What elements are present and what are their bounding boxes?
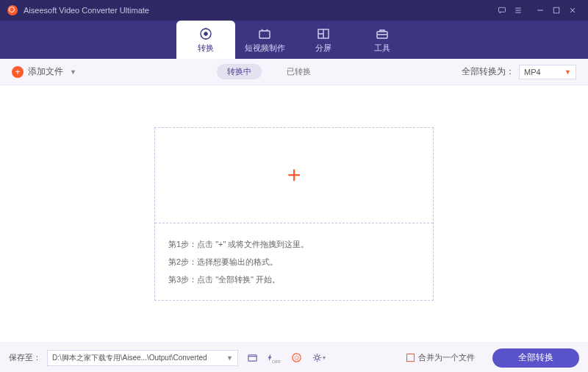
drop-zone-steps: 第1步：点击 "+" 或将文件拖拽到这里。 第2步：选择想要输出的格式。 第3步… — [155, 223, 433, 301]
tab-label: 转换 — [198, 43, 214, 54]
step-text: 第3步：点击 "全部转换" 开始。 — [168, 271, 420, 288]
toolbox-icon — [375, 26, 390, 41]
footer-bar: 保存至： D:\脚本之家下载专用\Aisee...\Output\Convert… — [0, 343, 588, 372]
output-path-select[interactable]: D:\脚本之家下载专用\Aisee...\Output\Converted ▼ — [47, 350, 238, 366]
app-logo-icon — [7, 5, 18, 15]
step-text: 第1步：点击 "+" 或将文件拖拽到这里。 — [168, 235, 420, 253]
checkbox-icon — [406, 354, 415, 362]
close-button[interactable] — [564, 3, 581, 18]
svg-rect-0 — [499, 7, 506, 12]
drop-zone[interactable]: + 第1步：点击 "+" 或将文件拖拽到这里。 第2步：选择想要输出的格式。 第… — [154, 127, 434, 301]
convert-all-label: 全部转换为： — [462, 65, 514, 78]
svg-point-9 — [295, 356, 298, 360]
drop-zone-add[interactable]: + — [155, 128, 433, 223]
app-title: Aiseesoft Video Converter Ultimate — [24, 6, 149, 15]
chevron-down-icon: ▼ — [70, 68, 76, 76]
status-converting-tab[interactable]: 转换中 — [217, 64, 262, 79]
format-select[interactable]: MP4 ▼ — [519, 65, 576, 79]
convert-icon — [198, 26, 213, 41]
tab-convert[interactable]: 转换 — [176, 21, 235, 59]
tab-label: 短视频制作 — [245, 43, 285, 54]
convert-all-button[interactable]: 全部转换 — [492, 348, 579, 368]
mv-icon — [257, 26, 272, 41]
chevron-down-icon: ▼ — [564, 68, 571, 76]
open-folder-button[interactable] — [244, 350, 260, 366]
menu-icon[interactable] — [510, 3, 526, 18]
big-plus-icon: + — [287, 162, 301, 189]
format-value: MP4 — [524, 68, 541, 76]
add-file-label: 添加文件 — [28, 65, 63, 78]
step-text: 第2步：选择想要输出的格式。 — [168, 253, 420, 271]
svg-rect-4 — [259, 31, 270, 38]
tab-toolbox[interactable]: 工具 — [353, 21, 412, 59]
save-to-label: 保存至： — [9, 352, 41, 363]
feedback-icon[interactable] — [494, 3, 510, 18]
chevron-down-icon: ▼ — [226, 354, 233, 362]
plus-icon: + — [12, 66, 24, 78]
merge-checkbox[interactable]: 合并为一个文件 — [406, 352, 475, 363]
settings-button[interactable]: ▾ — [310, 350, 326, 366]
toolbar: + 添加文件 ▼ 转换中 已转换 全部转换为： MP4 ▼ — [0, 59, 588, 85]
tab-collage[interactable]: 分屏 — [294, 21, 353, 59]
svg-rect-1 — [553, 7, 559, 13]
main-nav: 转换 短视频制作 分屏 工具 — [0, 21, 588, 59]
merge-label: 合并为一个文件 — [418, 352, 475, 363]
tab-label: 工具 — [374, 43, 390, 54]
svg-point-10 — [315, 356, 319, 360]
tab-mv[interactable]: 短视频制作 — [235, 21, 294, 59]
output-path-value: D:\脚本之家下载专用\Aisee...\Output\Converted — [52, 353, 207, 363]
add-file-button[interactable]: + 添加文件 ▼ — [12, 65, 76, 78]
svg-point-8 — [292, 354, 300, 362]
status-done-tab[interactable]: 已转换 — [276, 64, 321, 79]
content-area: + 第1步：点击 "+" 或将文件拖拽到这里。 第2步：选择想要输出的格式。 第… — [0, 85, 588, 343]
collage-icon — [316, 26, 331, 41]
maximize-button[interactable] — [548, 3, 564, 18]
high-speed-button[interactable] — [288, 350, 304, 366]
separator — [526, 3, 532, 18]
svg-point-3 — [204, 32, 207, 35]
tab-label: 分屏 — [315, 43, 331, 54]
title-bar: Aiseesoft Video Converter Ultimate — [0, 0, 588, 21]
hardware-accel-button[interactable]: OFF — [266, 350, 282, 366]
minimize-button[interactable] — [532, 3, 548, 18]
